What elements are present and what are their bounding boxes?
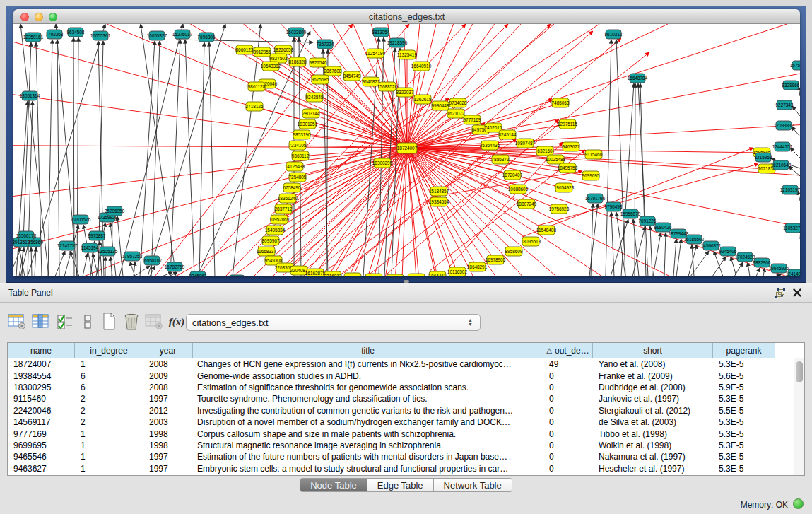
cell: 5.3E-5 [713,452,775,462]
svg-text:7234105: 7234105 [289,143,307,148]
tab-edge-table[interactable]: Edge Table [367,478,434,492]
cell: 18300295 [8,382,75,392]
svg-text:7886372: 7886372 [492,157,510,162]
svg-text:16210643: 16210643 [771,163,792,168]
cell: 0 [543,417,593,427]
table-row[interactable]: 1830029562008Estimation of significance … [8,382,804,393]
svg-text:17024528: 17024528 [735,255,755,259]
function-icon[interactable]: f(x) [167,312,187,332]
cell: 0 [543,429,593,439]
node-table: namein_degreeyeartitle△out_de…shortpager… [7,342,805,476]
svg-text:1145194: 1145194 [81,245,99,250]
cell: 9463627 [8,464,75,474]
column-header-title[interactable]: title [193,343,543,358]
table-row[interactable]: 969969511998Structural magnetic resonanc… [8,440,804,451]
table-row[interactable]: 946362711997Embryonic stem cells: a mode… [8,463,804,474]
svg-text:2867608: 2867608 [324,69,342,74]
column-header-pagerank[interactable]: pagerank [713,343,775,358]
svg-text:2803144: 2803144 [302,111,320,116]
column-select-icon[interactable] [31,312,51,332]
scrollbar-thumb[interactable] [796,361,803,382]
column-header-short[interactable]: short [593,343,713,358]
cell: 9777169 [8,429,75,439]
panel-resize-handle[interactable] [404,280,409,283]
svg-text:9146821: 9146821 [363,79,380,84]
svg-text:8958609: 8958609 [505,249,523,254]
tab-network-table[interactable]: Network Table [434,478,512,492]
rows-icon[interactable] [78,312,98,332]
window-titlebar[interactable]: citations_edges.txt [13,9,800,24]
column-header-out_de[interactable]: △out_de… [543,343,593,358]
table-row[interactable]: 2242004622012Investigating the contribut… [8,405,804,416]
cell: Franke et al. (2009) [593,371,713,381]
column-header-year[interactable]: year [143,343,193,358]
table-row[interactable]: 911546021997Tourette syndrome. Phenomeno… [8,393,804,404]
cell: 1 [75,429,143,439]
float-panel-icon[interactable] [774,287,787,298]
select-rows-check-icon[interactable] [55,312,75,332]
svg-text:8186328: 8186328 [289,59,307,64]
table-row[interactable]: 946554611997Estimation of the future num… [8,451,804,462]
svg-text:8912956: 8912956 [254,49,271,54]
svg-text:9634508: 9634508 [67,30,85,35]
network-view-frame: citations_edges.txt 86601238912956182260… [6,6,806,283]
cell: Changes of HCN gene expression and I(f) … [193,359,543,369]
svg-text:16978905: 16978905 [486,257,506,262]
sort-ascending-icon: △ [546,346,552,354]
close-panel-icon[interactable] [791,287,804,298]
table-row[interactable]: 1938455462009Genome-wide association stu… [8,370,804,381]
svg-text:19654923: 19654923 [554,185,575,190]
svg-text:12414824: 12414824 [786,271,800,276]
cell: Nakamura et al. (1997) [593,452,713,462]
table-row[interactable]: 1872400712008Changes of HCN gene express… [8,358,804,370]
svg-text:19218596: 19218596 [387,40,408,45]
svg-text:11254190: 11254190 [365,51,385,56]
svg-text:9882906: 9882906 [753,260,771,265]
svg-text:9827546: 9827546 [310,60,327,65]
svg-text:18720407: 18720407 [502,173,523,177]
svg-text:18807249: 18807249 [517,201,537,206]
svg-text:2718126: 2718126 [246,104,264,109]
column-header-in_degree[interactable]: in_degree [75,343,143,358]
network-canvas[interactable]: 8660123891295618226058982750381863289827… [13,24,800,276]
svg-text:19384554: 19384554 [429,199,449,204]
cell: 2 [75,417,143,427]
table-settings-icon[interactable] [7,312,27,332]
cell: 1997 [143,464,193,474]
new-document-icon[interactable] [99,312,119,332]
svg-text:16640910: 16640910 [411,64,432,69]
svg-text:17957253: 17957253 [122,254,143,259]
tab-node-table[interactable]: Node Table [300,478,367,492]
svg-text:7462616: 7462616 [485,125,502,130]
cell: 2008 [143,359,193,369]
svg-text:16162875: 16162875 [305,271,326,276]
svg-text:9242848: 9242848 [306,95,324,100]
svg-text:8610312: 8610312 [605,32,623,37]
svg-text:16958107: 16958107 [142,258,163,263]
table-tabs: Node TableEdge TableNetwork Table [0,478,812,493]
svg-text:9245062: 9245062 [189,274,207,276]
svg-text:10952869: 10952869 [269,217,290,222]
network-table-select[interactable]: citations_edges.txt ▲▼ [186,314,481,331]
delete-table-disabled-icon [144,312,164,332]
vertical-scrollbar[interactable] [794,358,804,475]
svg-text:1362615: 1362615 [414,97,432,102]
svg-text:10688609: 10688609 [508,187,529,192]
cell: 0 [543,382,593,392]
cell: Stergiakouli et al. (2012) [593,406,713,416]
table-row[interactable]: 977716911998Corpus callosum shape and si… [8,428,804,439]
cell: 5.3E-5 [713,440,775,450]
svg-text:9180420: 9180420 [654,225,672,230]
cell: Genome-wide association studies in ADHD. [193,371,543,381]
table-row[interactable]: 1456911722003Disruption of a novel membe… [8,416,804,428]
cell: 5.3E-5 [713,359,775,369]
trash-icon[interactable] [122,312,141,332]
column-header-name[interactable]: name [8,343,75,358]
cell: 2012 [143,406,193,416]
svg-text:13051314: 13051314 [20,93,40,98]
svg-text:7792363: 7792363 [46,32,64,37]
cell: 49 [543,359,593,369]
table-body: 1872400712008Changes of HCN gene express… [8,358,804,474]
svg-text:19756928: 19756928 [549,206,570,211]
cell: 2008 [143,382,193,392]
